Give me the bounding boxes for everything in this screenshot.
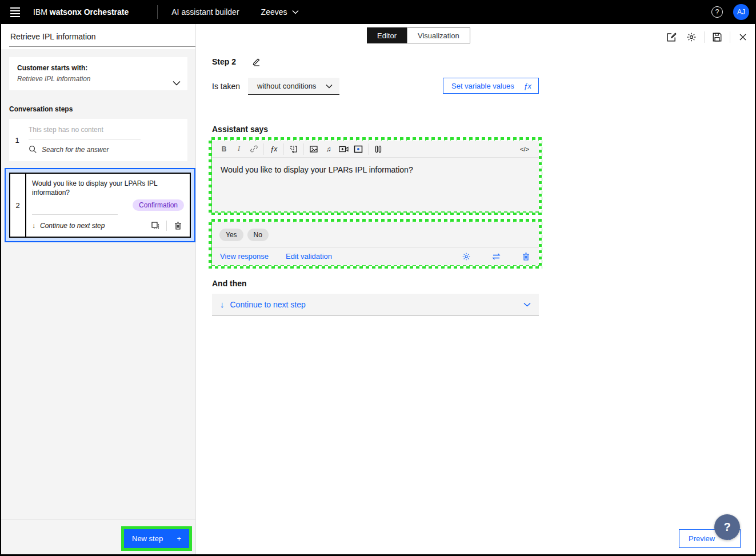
floating-help-button[interactable]: ?	[714, 514, 740, 540]
and-then-dropdown[interactable]: ↓ Continue to next step	[212, 294, 539, 315]
new-step-label: New step	[132, 534, 163, 543]
assistant-switcher[interactable]: Zeeves	[261, 7, 299, 17]
brand-ibm: IBM	[33, 7, 47, 17]
duplicate-icon[interactable]	[149, 219, 162, 232]
trash-icon[interactable]	[171, 219, 184, 232]
insert-snippet-icon[interactable]	[286, 142, 301, 156]
divider	[166, 221, 167, 231]
header-divider	[157, 5, 158, 19]
settings-gear-icon[interactable]	[684, 30, 699, 45]
global-header: IBM watsonx Orchestrate AI assistant bui…	[1, 0, 755, 24]
divider	[263, 143, 264, 155]
audio-icon[interactable]: ♫	[321, 142, 336, 156]
step-bottom-row: ↓ Continue to next step	[32, 219, 184, 232]
response-options-highlight: Yes No View response Edit validation	[209, 219, 542, 269]
step-card-2-selection: 2 Would you like to display your LPARs I…	[5, 168, 195, 242]
response-options-panel: Yes No View response Edit validation	[212, 222, 539, 265]
iframe-embed-icon[interactable]	[351, 142, 366, 156]
step-action: Search for the answer	[29, 145, 181, 154]
bold-icon[interactable]: B	[217, 142, 231, 156]
divider	[283, 143, 284, 155]
condition-dropdown[interactable]: without conditions	[248, 78, 339, 95]
sidebar-footer: New step +	[1, 519, 195, 554]
step-title: Step 2	[212, 57, 236, 66]
step-placeholder-text: This step has no content	[29, 126, 181, 134]
customer-starts-with-card[interactable]: Customer starts with: Retrieve IPL infor…	[9, 57, 187, 90]
set-variable-values-button[interactable]: Set variable values ƒx	[443, 78, 539, 94]
editor-toolbar-icons	[664, 30, 750, 45]
help-icon[interactable]: ?	[711, 6, 723, 18]
avatar[interactable]: AJ	[733, 4, 749, 20]
divider	[32, 214, 118, 215]
fx-icon: ƒx	[523, 82, 531, 90]
tab-visualization[interactable]: Visualization	[407, 27, 470, 43]
menu-icon[interactable]	[1, 0, 29, 24]
code-view-icon[interactable]: </>	[515, 142, 534, 156]
customer-starts-with-value: Retrieve IPL information	[17, 75, 179, 83]
step-body: Would you like to display your LPARs IPL…	[26, 174, 190, 237]
view-response-link[interactable]: View response	[220, 252, 269, 261]
close-icon[interactable]	[735, 30, 750, 45]
action-title-band: Retrieve IPL information	[1, 24, 195, 49]
step-card-1[interactable]: 1 This step has no content Search for th…	[9, 119, 187, 161]
plus-icon: +	[177, 534, 181, 543]
chevron-down-icon[interactable]	[173, 81, 181, 86]
assistant-name: Zeeves	[261, 7, 287, 17]
badge-row: Confirmation	[32, 199, 184, 211]
conversation-steps-heading: Conversation steps	[1, 98, 195, 119]
new-step-button[interactable]: New step +	[124, 529, 189, 548]
response-settings-gear-icon[interactable]	[460, 250, 473, 263]
new-step-highlight: New step +	[121, 526, 192, 551]
action-title-input[interactable]: Retrieve IPL information	[9, 31, 195, 47]
and-then-label: And then	[212, 279, 539, 288]
rich-text-editor: B I ƒx ♫	[212, 141, 539, 211]
divider	[303, 143, 304, 155]
conversation-sidebar: Retrieve IPL information Customer starts…	[1, 24, 196, 554]
delete-response-trash-icon[interactable]	[519, 250, 532, 263]
italic-icon[interactable]: I	[231, 142, 246, 156]
divider	[730, 31, 730, 43]
header-right: ? AJ	[711, 4, 755, 20]
condition-row: Is taken without conditions Set variable…	[212, 78, 539, 95]
step-editor: Step 2 Is taken without conditions Set v…	[212, 57, 539, 315]
message-text-input[interactable]: Would you like to display your LPARs IPL…	[212, 158, 539, 211]
preview-label: Preview	[689, 534, 715, 543]
help-glyph: ?	[723, 521, 730, 534]
save-icon[interactable]	[710, 30, 725, 45]
step-card-2[interactable]: 2 Would you like to display your LPARs I…	[9, 173, 191, 238]
step-title-row: Step 2	[212, 57, 539, 66]
and-then-value: Continue to next step	[230, 300, 518, 309]
app-name: AI assistant builder	[171, 7, 239, 17]
step-action-label: Search for the answer	[42, 146, 109, 154]
arrow-down-icon: ↓	[32, 222, 35, 230]
divider	[704, 31, 705, 43]
avatar-initials: AJ	[737, 8, 745, 16]
video-icon[interactable]	[336, 142, 351, 156]
confirmation-badge: Confirmation	[133, 199, 184, 211]
edit-validation-link[interactable]: Edit validation	[286, 252, 332, 261]
pause-icon[interactable]	[371, 142, 386, 156]
help-glyph: ?	[715, 8, 719, 16]
link-icon[interactable]	[246, 142, 261, 156]
tab-editor[interactable]: Editor	[367, 27, 407, 43]
chevron-down-icon	[523, 302, 531, 307]
is-taken-label: Is taken	[212, 82, 240, 91]
edit-pencil-icon[interactable]	[252, 57, 261, 66]
insert-variable-fx-icon[interactable]: ƒx	[266, 142, 281, 156]
condition-value: without conditions	[257, 82, 316, 90]
divider	[29, 139, 141, 139]
app-window: IBM watsonx Orchestrate AI assistant bui…	[0, 0, 756, 556]
repeat-icon[interactable]	[490, 250, 502, 263]
option-yes[interactable]: Yes	[219, 229, 243, 241]
option-no[interactable]: No	[247, 229, 269, 241]
image-icon[interactable]	[306, 142, 321, 156]
brand-title: IBM watsonx Orchestrate	[33, 7, 129, 17]
view-tabs: Editor Visualization	[367, 27, 470, 43]
brand-product: watsonx Orchestrate	[50, 7, 129, 17]
set-variable-values-label: Set variable values	[451, 82, 514, 90]
step-message-text: Would you like to display your LPARs IPL…	[32, 179, 184, 197]
rename-icon[interactable]	[664, 30, 679, 45]
customer-starts-with-label: Customer starts with:	[17, 64, 179, 72]
rich-text-toolbar: B I ƒx ♫	[212, 141, 539, 158]
chevron-down-icon	[292, 10, 299, 14]
